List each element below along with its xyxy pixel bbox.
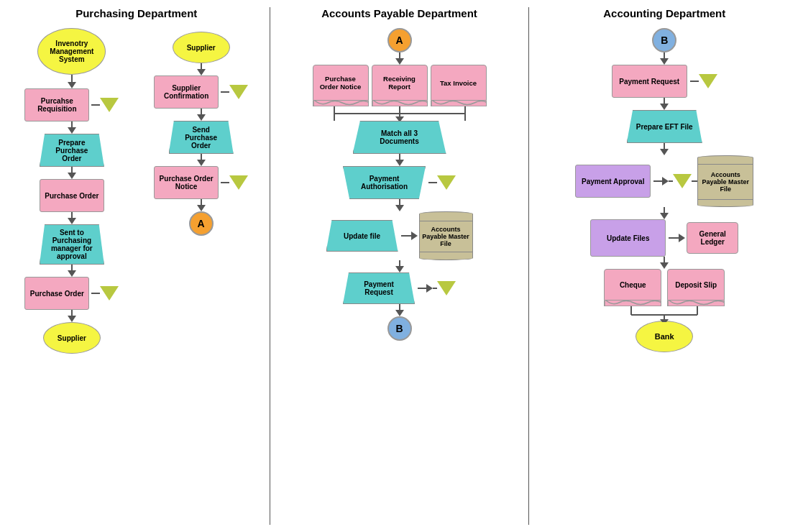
accounts-payable-lane: Accounts Payable Department A Purchase O… bbox=[270, 7, 530, 525]
supplier-top: Supplier bbox=[173, 32, 230, 63]
po-notice-row: Purchase Order Notice bbox=[154, 166, 248, 199]
payment-approval: Payment Approval bbox=[575, 165, 651, 198]
connector-a-purchasing: A bbox=[189, 211, 214, 236]
inv-mgmt-system: Invenotry Management System bbox=[37, 28, 106, 75]
accounting-lane: Accounting Department B Payment Request bbox=[529, 7, 799, 525]
update-files-row: Update Files General Ledger bbox=[590, 219, 738, 257]
po-notice: Purchase Order Notice bbox=[154, 166, 219, 199]
receiving-report: Receiving Report bbox=[372, 65, 428, 101]
po-notice-ap: Purchase Order Notice bbox=[313, 65, 369, 101]
d-marker-auth bbox=[428, 175, 456, 190]
converge-lines bbox=[306, 106, 493, 121]
connector-line bbox=[71, 75, 73, 82]
ap-title: Accounts Payable Department bbox=[318, 7, 481, 19]
send-po: Send Purchase Order bbox=[169, 121, 234, 154]
payment-approval-row: Payment Approval Accounts Payable Master… bbox=[575, 155, 753, 207]
converge-bank bbox=[602, 306, 726, 321]
update-file: Update file bbox=[326, 220, 398, 252]
purchase-order-1: Purchase Order bbox=[40, 179, 104, 212]
ap-master-acct: Accounts Payable Master File bbox=[697, 155, 753, 207]
general-ledger: General Ledger bbox=[687, 222, 738, 254]
payment-req-acct-row: Payment Request bbox=[612, 65, 717, 98]
arrow bbox=[68, 82, 76, 88]
update-files: Update Files bbox=[590, 219, 666, 257]
purchasing-title: Purchasing Department bbox=[72, 7, 201, 19]
sent-to-mgr: Sent to Purchasing manager for approval bbox=[40, 224, 104, 265]
purchasing-lane: Purchasing Department Invenotry Manageme… bbox=[4, 7, 270, 525]
bank: Bank bbox=[635, 321, 693, 352]
payment-auth: Payment Authorisation bbox=[343, 166, 426, 199]
supplier-bottom: Supplier bbox=[43, 322, 101, 354]
match-3-docs: Match all 3 Documents bbox=[353, 121, 446, 154]
purchase-order-2: Purchase Order bbox=[24, 277, 89, 310]
d-marker-sup-conf bbox=[221, 85, 248, 99]
purchase-order-2-row: Purchase Order bbox=[24, 277, 119, 310]
supplier-confirmation: Supplier Confirmation bbox=[154, 75, 219, 109]
cheque-deposit-row: Cheque Deposit Slip bbox=[604, 269, 725, 306]
deposit-slip: Deposit Slip bbox=[667, 269, 725, 301]
purch-req-row: Purcahse Requisition bbox=[24, 88, 119, 121]
d-marker-po-notice bbox=[221, 175, 248, 190]
payment-request-acct: Payment Request bbox=[612, 65, 687, 98]
purchasing-col2: Supplier Supplier Confirmation bbox=[163, 32, 239, 236]
payment-request-ap: Payment Request bbox=[343, 272, 415, 304]
three-docs-row: Purchase Order Notice Receiving Report bbox=[313, 65, 487, 106]
tax-invoice: Tax Invoice bbox=[431, 65, 487, 101]
d-marker-pmt bbox=[418, 281, 456, 295]
supplier-conf-row: Supplier Confirmation bbox=[154, 75, 248, 109]
ap-master-connection: Accounts Payable Master File bbox=[401, 211, 473, 260]
svg-marker-9 bbox=[660, 319, 669, 322]
prepare-eft: Prepare EFT File bbox=[627, 110, 702, 143]
d-marker-2 bbox=[91, 286, 119, 301]
update-file-row: Update file Accounts Payable Master File bbox=[326, 211, 473, 260]
accounting-title: Accounting Department bbox=[600, 7, 729, 19]
purchase-requisition: Purcahse Requisition bbox=[24, 88, 89, 121]
connector-b-accounting: B bbox=[652, 28, 676, 52]
payment-auth-row: Payment Authorisation bbox=[343, 166, 456, 199]
ap-master-file: Accounts Payable Master File bbox=[419, 221, 473, 252]
ap-content: A Purchase Order Notice bbox=[276, 28, 523, 341]
connector-a-ap: A bbox=[387, 28, 412, 52]
d-marker-pr-acct bbox=[690, 74, 717, 88]
accounting-content: B Payment Request Prepare EFT File bbox=[535, 28, 794, 352]
purchasing-col1: Invenotry Management System Purcahse Req… bbox=[34, 28, 109, 354]
cheque: Cheque bbox=[604, 269, 661, 301]
connector-b-ap: B bbox=[387, 316, 412, 341]
prepare-po: Prepare Purchase Order bbox=[40, 134, 104, 167]
payment-req-row: Payment Request bbox=[343, 272, 456, 304]
d-marker-1 bbox=[91, 98, 119, 112]
svg-marker-4 bbox=[395, 116, 404, 121]
flowchart-diagram: Purchasing Department Invenotry Manageme… bbox=[0, 0, 803, 532]
